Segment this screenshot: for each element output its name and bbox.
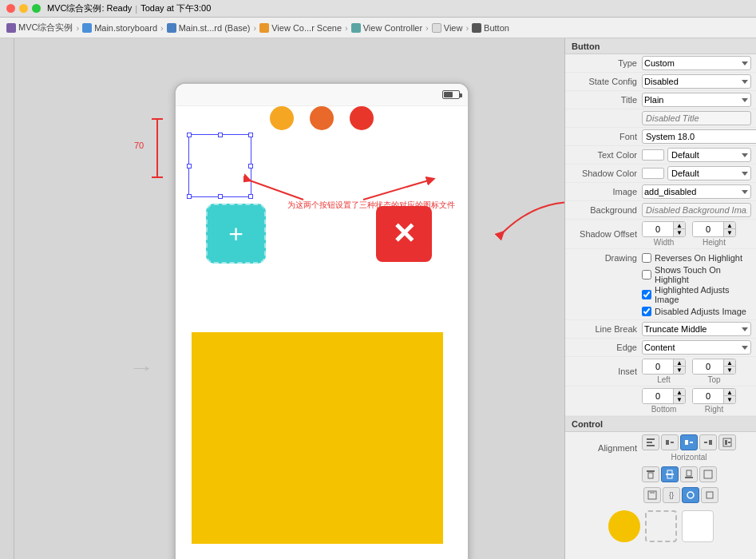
disabled-title-input[interactable] — [642, 111, 751, 125]
inset-left-stepper[interactable]: ▲ ▼ — [673, 359, 685, 374]
canvas-area[interactable]: 70 — [14, 38, 564, 559]
title-control[interactable]: Plain — [642, 93, 751, 107]
swatch-white-square[interactable] — [682, 510, 714, 542]
toolbar-icon-3[interactable] — [350, 106, 374, 130]
toolbar-icon-1[interactable] — [270, 106, 294, 130]
toolbar-icon-2[interactable] — [310, 106, 334, 130]
plus-icon: + — [228, 221, 243, 247]
shadow-color-swatch[interactable] — [642, 168, 664, 179]
shadow-height-up[interactable]: ▲ — [724, 222, 735, 229]
swatch-dashed[interactable] — [645, 510, 677, 542]
shadow-offset-control[interactable]: ▲ ▼ Width ▲ ▼ — [642, 221, 751, 247]
shadow-width-up[interactable]: ▲ — [674, 222, 685, 229]
align-btn-left-img[interactable] — [661, 434, 679, 450]
inset-bottom-control[interactable]: ▲ ▼ Bottom ▲ ▼ — [642, 388, 751, 414]
inset-top-stepper[interactable]: ▲ ▼ — [723, 359, 735, 374]
image-control[interactable]: add_disabled — [642, 184, 751, 199]
inset-left-input-group[interactable]: ▲ ▼ — [642, 359, 686, 375]
shadow-width-input-group[interactable]: ▲ ▼ — [642, 221, 686, 237]
content-mode-page[interactable] — [643, 487, 661, 503]
image-select[interactable]: add_disabled — [642, 184, 751, 199]
plus-button-container[interactable]: + — [190, 136, 250, 196]
inset-bottom-down[interactable]: ▼ — [674, 396, 685, 403]
swatch-white[interactable] — [682, 510, 714, 542]
state-config-control[interactable]: Disabled — [642, 74, 751, 89]
window-title: MVC综合实例: Ready — [47, 2, 132, 14]
type-select[interactable]: Custom — [642, 56, 751, 70]
breadcrumb-item-3[interactable]: Main.st...rd (Base) — [167, 23, 251, 33]
inset-right-input-group[interactable]: ▲ ▼ — [692, 388, 736, 404]
text-color-swatch[interactable] — [642, 149, 664, 161]
cb-reverses[interactable] — [642, 253, 651, 263]
inset-left-input[interactable] — [643, 359, 673, 374]
disabled-title-control[interactable] — [642, 111, 751, 125]
swatch-dashed-square[interactable] — [645, 510, 677, 542]
inset-bottom-stepper[interactable]: ▲ ▼ — [673, 389, 685, 403]
breadcrumb-item-2[interactable]: Main.storyboard — [82, 23, 157, 33]
font-input[interactable] — [642, 129, 756, 144]
state-config-select[interactable]: Disabled — [642, 74, 751, 89]
close-button[interactable] — [6, 4, 15, 13]
inset-top-control[interactable]: ▲ ▼ Left ▲ ▼ — [642, 359, 751, 384]
breadcrumb-item-6[interactable]: View — [432, 23, 463, 33]
cb-shows-touch[interactable] — [642, 270, 651, 280]
line-break-select[interactable]: Truncate Middle — [642, 322, 751, 336]
inset-bottom-input[interactable] — [643, 389, 673, 403]
inset-bottom-up[interactable]: ▲ — [674, 389, 685, 396]
shadow-height-stepper[interactable]: ▲ ▼ — [723, 222, 735, 236]
shadow-width-stepper[interactable]: ▲ ▼ — [673, 222, 685, 236]
shadow-color-control[interactable]: Default — [642, 166, 751, 180]
shadow-height-input[interactable] — [693, 222, 723, 236]
plus-button[interactable]: + — [206, 204, 266, 264]
inset-right-stepper[interactable]: ▲ ▼ — [723, 389, 735, 403]
cb-highlighted-adjusts[interactable] — [642, 290, 651, 299]
inset-right-input[interactable] — [693, 389, 723, 403]
title-select[interactable]: Plain — [642, 93, 751, 107]
align-btn-fill[interactable] — [718, 434, 736, 450]
breadcrumb-item-7[interactable]: Button — [472, 23, 509, 33]
inset-top-up[interactable]: ▲ — [724, 359, 735, 367]
breadcrumb-item-1[interactable]: MVC综合实例 — [6, 22, 73, 34]
breadcrumb-item-5[interactable]: View Controller — [351, 23, 422, 33]
inset-right-down[interactable]: ▼ — [724, 396, 735, 403]
valign-btn-fill[interactable] — [699, 466, 717, 482]
cb-disabled-adjusts[interactable] — [642, 307, 651, 316]
minimize-button[interactable] — [19, 4, 28, 13]
swatch-yellow[interactable] — [608, 510, 640, 542]
shadow-color-select[interactable]: Default — [667, 166, 751, 180]
type-control[interactable]: Custom — [642, 56, 751, 70]
shadow-height-down[interactable]: ▼ — [724, 229, 735, 236]
line-break-control[interactable]: Truncate Middle — [642, 322, 751, 336]
inset-top-input-group[interactable]: ▲ ▼ — [692, 359, 736, 375]
inset-left-up[interactable]: ▲ — [674, 359, 685, 367]
content-mode-square[interactable] — [701, 487, 718, 503]
inset-right-up[interactable]: ▲ — [724, 389, 735, 396]
align-btn-right-img[interactable] — [699, 434, 717, 450]
valign-btn-top[interactable] — [642, 466, 659, 482]
svg-rect-9 — [709, 440, 712, 445]
edge-select[interactable]: Content — [642, 340, 751, 355]
shadow-width-input[interactable] — [643, 222, 673, 236]
background-control[interactable] — [642, 203, 751, 217]
breadcrumb-item-4[interactable]: View Co...r Scene — [259, 23, 342, 33]
maximize-button[interactable] — [32, 4, 41, 13]
shadow-height-input-group[interactable]: ▲ ▼ — [692, 221, 736, 237]
inset-top-input[interactable] — [693, 359, 723, 374]
inset-bottom-input-group[interactable]: ▲ ▼ — [642, 388, 686, 404]
line-break-row: Line Break Truncate Middle — [565, 320, 756, 339]
shadow-width-down[interactable]: ▼ — [674, 229, 685, 236]
align-btn-center[interactable] — [680, 434, 698, 450]
font-control[interactable]: T — [642, 129, 756, 144]
content-mode-curly[interactable]: {} — [663, 487, 680, 503]
text-color-control[interactable]: Default — [642, 148, 751, 162]
text-color-select[interactable]: Default — [667, 148, 751, 162]
background-input[interactable] — [642, 203, 751, 217]
edge-control[interactable]: Content — [642, 340, 751, 355]
swatch-yellow-circle[interactable] — [608, 510, 640, 542]
valign-btn-middle[interactable] — [661, 466, 679, 482]
inset-top-down[interactable]: ▼ — [724, 367, 735, 374]
content-mode-circle[interactable] — [682, 487, 699, 503]
valign-btn-bottom[interactable] — [680, 466, 698, 482]
align-btn-left-justify[interactable] — [642, 434, 659, 450]
inset-left-down[interactable]: ▼ — [674, 367, 685, 374]
